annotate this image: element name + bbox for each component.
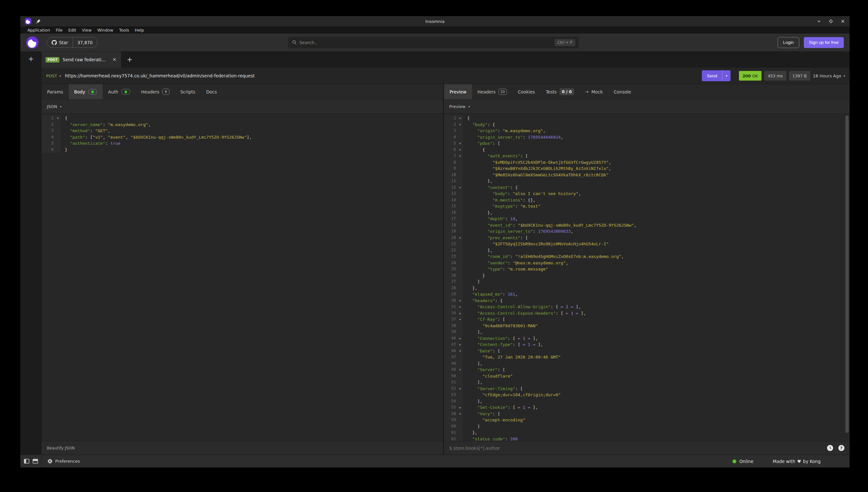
send-options-caret[interactable]: ▾ [722,70,730,81]
request-body-editor[interactable]: 1▾{2 "server_name": "m.easydemo.org",3 "… [42,114,443,441]
online-status[interactable]: Online [732,459,753,464]
response-scrollbar[interactable] [845,116,849,433]
github-star-widget[interactable]: Star 37,870 [47,37,97,48]
code-line: 28 }, [444,285,850,292]
tab-headers[interactable]: Headers4 [136,84,175,99]
line-number: 2 [42,122,55,128]
code-text: { [463,147,485,153]
fold-open-icon[interactable]: ▾ [458,411,463,417]
response-filter-input[interactable] [449,446,822,451]
fold-closed-icon[interactable]: ▸ [458,310,463,317]
tab-close-icon[interactable]: ✕ [112,57,117,63]
beautify-json-button[interactable]: Beautify JSON [47,446,75,450]
menu-item-view[interactable]: View [79,27,94,33]
code-line: 18 "event_id": "$bOXCK1nu-qqj-sWeB9v_kud… [444,222,850,228]
search-input[interactable] [300,40,552,45]
fold-open-icon[interactable]: ▾ [458,115,463,122]
line-number: 29 [444,291,458,298]
code-line: 47 "Tue, 27 Jan 2026 20:00:46 GMT" [444,354,850,361]
response-body-viewer[interactable]: 1▾{2▾ "body": {3 "origin": "m.easydemo.o… [444,114,850,441]
request-tab[interactable]: POST Send raw federati... ✕ [42,52,121,68]
window-close-button[interactable] [840,19,845,24]
line-number: 9 [444,165,458,172]
tab-params[interactable]: Params [42,84,69,99]
add-workspace-button[interactable]: + [28,55,34,63]
code-text: "accept-encoding" [463,417,525,423]
menu-item-edit[interactable]: Edit [66,27,79,33]
code-text: "Access-Control-Expose-Headers": [ ↔ 1 ↔… [463,310,586,317]
new-tab-button[interactable]: + [121,52,138,68]
fold-gutter [458,172,463,178]
request-pane-tabs: ParamsBodyAuthHeaders4ScriptsDocs [42,84,443,100]
fold-open-icon[interactable]: ▾ [458,153,463,159]
fold-gutter [458,134,463,141]
tab-auth[interactable]: Auth [102,84,136,99]
menu-item-help[interactable]: Help [132,27,147,33]
fold-open-icon[interactable]: ▾ [458,298,463,304]
send-button[interactable]: Send ▾ [702,70,730,81]
code-line: 37▾ "Cf-Ray": [ [444,316,850,323]
menu-item-tools[interactable]: Tools [116,27,132,33]
tab-tests[interactable]: Tests0 / 0 [540,84,580,99]
fold-open-icon[interactable]: ▾ [55,115,60,122]
body-type-dropdown[interactable]: JSON ▾ [42,100,443,114]
app-header: Star 37,870 Ctrl + P Login Sign up for f… [20,33,850,52]
request-bottom-bar: Beautify JSON [42,441,443,454]
preview-mode-dropdown[interactable]: Preview ▾ [444,100,850,114]
code-line: 15 "msgtype": "m.text" [444,203,850,210]
fold-open-icon[interactable]: ▾ [458,367,463,373]
login-button[interactable]: Login [778,37,799,48]
fold-closed-icon[interactable]: ▸ [458,341,463,348]
code-line: 49▾ "Server": [ [444,367,850,373]
code-text: } [463,272,485,279]
tab-mock[interactable]: →Mock [580,84,608,99]
tab-cookies[interactable]: Cookies [512,84,540,99]
fold-open-icon[interactable]: ▾ [458,184,463,191]
fold-open-icon[interactable]: ▾ [458,348,463,354]
fold-gutter [458,159,463,166]
fold-closed-icon[interactable]: ▸ [458,304,463,310]
toggle-sidebar-icon[interactable] [24,459,29,464]
code-text: "9c4ad68f0d783601-MAN" [463,323,538,329]
fold-gutter [458,373,463,379]
fold-open-icon[interactable]: ▾ [458,386,463,392]
gear-icon [47,459,52,464]
code-text: "body": "also I can't see history", [463,191,581,197]
global-search[interactable]: Ctrl + P [288,37,579,48]
tab-preview[interactable]: Preview [444,84,472,99]
fold-closed-icon[interactable]: ▸ [458,335,463,342]
code-text: "auth_events": [ [463,153,528,159]
preferences-button[interactable]: Preferences [42,459,86,464]
menu-item-file[interactable]: File [53,27,65,33]
line-number: 6 [42,147,55,153]
tab-label: Headers [141,89,159,95]
signup-button[interactable]: Sign up for free [804,37,844,48]
fold-open-icon[interactable]: ▾ [458,235,463,241]
fold-closed-icon[interactable]: ▸ [458,404,463,411]
fold-open-icon[interactable]: ▾ [458,316,463,323]
toggle-layout-icon[interactable] [32,459,38,464]
tab-console[interactable]: Console [608,84,637,99]
window-minimize-button[interactable] [816,19,821,24]
menu-item-application[interactable]: Application [25,27,53,33]
code-line: 38 "9c4ad68f0d783601-MAN" [444,323,850,329]
menu-item-window[interactable]: Window [95,27,116,33]
filter-history-icon[interactable] [827,445,833,451]
count-badge: 4 [162,89,169,95]
line-number: 59 [444,417,458,423]
tab-scripts[interactable]: Scripts [175,84,201,99]
window-maximize-button[interactable] [828,19,833,24]
chevron-down-icon: ▾ [843,74,845,78]
response-history-dropdown[interactable]: 18 Hours Ago ▾ [813,74,845,78]
method-dropdown[interactable]: POST ▾ [46,74,61,78]
filter-help-icon[interactable]: ? [838,445,844,451]
fold-open-icon[interactable]: ▾ [458,122,463,128]
code-line: 9 "$8zrmxB8YnXdbJ2k3CxGBOLih2MthBy_6zInX… [444,165,850,172]
tab-docs[interactable]: Docs [201,84,222,99]
code-text: "Content-Type": [ ↔ 1 ↔ ], [463,341,543,348]
fold-open-icon[interactable]: ▾ [458,147,463,153]
fold-open-icon[interactable]: ▾ [458,140,463,147]
tab-headers[interactable]: Headers10 [472,84,512,99]
request-url[interactable]: https://hammerhead.nexy7574.co.uk/_hamme… [65,73,702,78]
tab-body[interactable]: Body [69,84,102,99]
